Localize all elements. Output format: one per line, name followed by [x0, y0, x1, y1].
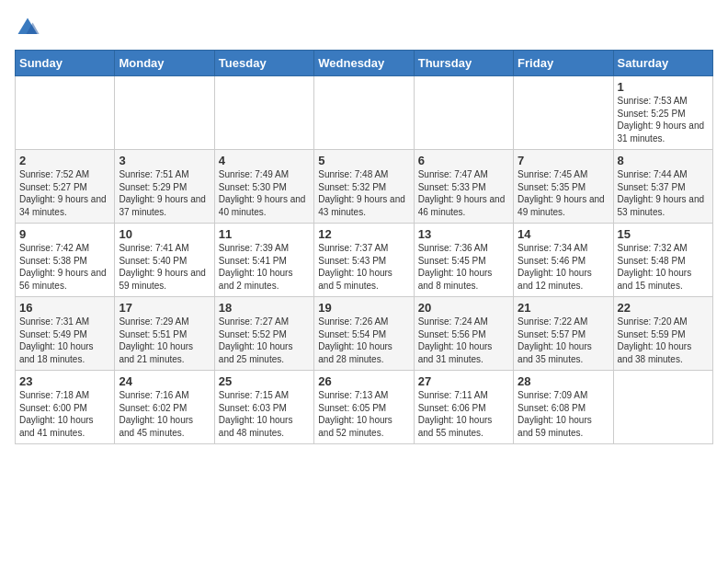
day-cell: 21Sunrise: 7:22 AM Sunset: 5:57 PM Dayli… [514, 297, 613, 371]
day-cell [314, 76, 414, 150]
day-cell: 19Sunrise: 7:26 AM Sunset: 5:54 PM Dayli… [314, 297, 414, 371]
day-cell: 13Sunrise: 7:36 AM Sunset: 5:45 PM Dayli… [414, 224, 513, 297]
day-info: Sunrise: 7:51 AM Sunset: 5:29 PM Dayligh… [119, 168, 210, 218]
day-number: 24 [119, 374, 210, 388]
weekday-header-row: SundayMondayTuesdayWednesdayThursdayFrid… [16, 51, 713, 76]
day-cell: 3Sunrise: 7:51 AM Sunset: 5:29 PM Daylig… [115, 150, 214, 224]
day-cell: 15Sunrise: 7:32 AM Sunset: 5:48 PM Dayli… [613, 224, 712, 297]
day-info: Sunrise: 7:53 AM Sunset: 5:25 PM Dayligh… [618, 95, 709, 144]
day-number: 5 [318, 154, 409, 167]
day-cell: 12Sunrise: 7:37 AM Sunset: 5:43 PM Dayli… [314, 224, 414, 297]
weekday-header-friday: Friday [514, 51, 613, 76]
day-info: Sunrise: 7:48 AM Sunset: 5:32 PM Dayligh… [318, 168, 409, 218]
day-info: Sunrise: 7:42 AM Sunset: 5:38 PM Dayligh… [19, 242, 110, 292]
day-number: 1 [618, 80, 709, 94]
weekday-header-saturday: Saturday [613, 51, 712, 76]
day-info: Sunrise: 7:32 AM Sunset: 5:48 PM Dayligh… [618, 242, 709, 292]
day-cell: 4Sunrise: 7:49 AM Sunset: 5:30 PM Daylig… [214, 150, 313, 224]
day-cell: 2Sunrise: 7:52 AM Sunset: 5:27 PM Daylig… [16, 150, 115, 224]
day-cell: 11Sunrise: 7:39 AM Sunset: 5:41 PM Dayli… [214, 224, 313, 297]
week-row-2: 2Sunrise: 7:52 AM Sunset: 5:27 PM Daylig… [16, 150, 713, 224]
day-number: 27 [418, 374, 509, 388]
day-number: 14 [518, 227, 609, 241]
week-row-5: 23Sunrise: 7:18 AM Sunset: 6:00 PM Dayli… [16, 371, 713, 444]
logo-icon [15, 15, 40, 40]
day-number: 22 [618, 301, 709, 315]
calendar: SundayMondayTuesdayWednesdayThursdayFrid… [15, 50, 713, 444]
day-cell: 24Sunrise: 7:16 AM Sunset: 6:02 PM Dayli… [115, 371, 214, 444]
day-info: Sunrise: 7:18 AM Sunset: 6:00 PM Dayligh… [19, 389, 110, 439]
day-cell: 20Sunrise: 7:24 AM Sunset: 5:56 PM Dayli… [414, 297, 513, 371]
logo [15, 15, 44, 40]
day-cell: 10Sunrise: 7:41 AM Sunset: 5:40 PM Dayli… [115, 224, 214, 297]
day-cell: 14Sunrise: 7:34 AM Sunset: 5:46 PM Dayli… [514, 224, 613, 297]
day-cell: 5Sunrise: 7:48 AM Sunset: 5:32 PM Daylig… [314, 150, 414, 224]
day-cell [16, 76, 115, 150]
day-cell: 8Sunrise: 7:44 AM Sunset: 5:37 PM Daylig… [613, 150, 712, 224]
day-number: 17 [119, 301, 210, 315]
day-number: 15 [618, 227, 709, 241]
day-info: Sunrise: 7:47 AM Sunset: 5:33 PM Dayligh… [418, 168, 509, 218]
day-cell [115, 76, 214, 150]
day-number: 2 [19, 154, 110, 167]
day-cell: 17Sunrise: 7:29 AM Sunset: 5:51 PM Dayli… [115, 297, 214, 371]
day-info: Sunrise: 7:49 AM Sunset: 5:30 PM Dayligh… [219, 168, 310, 218]
day-info: Sunrise: 7:26 AM Sunset: 5:54 PM Dayligh… [318, 316, 409, 365]
day-cell [613, 371, 712, 444]
day-info: Sunrise: 7:36 AM Sunset: 5:45 PM Dayligh… [418, 242, 509, 292]
day-info: Sunrise: 7:31 AM Sunset: 5:49 PM Dayligh… [19, 316, 110, 365]
weekday-header-monday: Monday [115, 51, 214, 76]
day-number: 7 [518, 154, 609, 167]
weekday-header-thursday: Thursday [414, 51, 513, 76]
day-info: Sunrise: 7:27 AM Sunset: 5:52 PM Dayligh… [219, 316, 310, 365]
day-cell: 28Sunrise: 7:09 AM Sunset: 6:08 PM Dayli… [514, 371, 613, 444]
day-info: Sunrise: 7:09 AM Sunset: 6:08 PM Dayligh… [518, 389, 609, 439]
day-info: Sunrise: 7:41 AM Sunset: 5:40 PM Dayligh… [119, 242, 210, 292]
week-row-4: 16Sunrise: 7:31 AM Sunset: 5:49 PM Dayli… [16, 297, 713, 371]
day-number: 6 [418, 154, 509, 167]
day-info: Sunrise: 7:22 AM Sunset: 5:57 PM Dayligh… [518, 316, 609, 365]
day-number: 20 [418, 301, 509, 315]
day-number: 11 [219, 227, 310, 241]
day-cell [514, 76, 613, 150]
day-number: 26 [318, 374, 409, 388]
day-cell: 16Sunrise: 7:31 AM Sunset: 5:49 PM Dayli… [16, 297, 115, 371]
day-cell: 25Sunrise: 7:15 AM Sunset: 6:03 PM Dayli… [214, 371, 313, 444]
header [15, 15, 713, 40]
weekday-header-sunday: Sunday [16, 51, 115, 76]
weekday-header-wednesday: Wednesday [314, 51, 414, 76]
day-number: 18 [219, 301, 310, 315]
day-cell: 26Sunrise: 7:13 AM Sunset: 6:05 PM Dayli… [314, 371, 414, 444]
day-cell: 27Sunrise: 7:11 AM Sunset: 6:06 PM Dayli… [414, 371, 513, 444]
weekday-header-tuesday: Tuesday [214, 51, 313, 76]
week-row-1: 1Sunrise: 7:53 AM Sunset: 5:25 PM Daylig… [16, 76, 713, 150]
day-cell: 23Sunrise: 7:18 AM Sunset: 6:00 PM Dayli… [16, 371, 115, 444]
day-info: Sunrise: 7:24 AM Sunset: 5:56 PM Dayligh… [418, 316, 509, 365]
day-info: Sunrise: 7:44 AM Sunset: 5:37 PM Dayligh… [618, 168, 709, 218]
day-cell: 7Sunrise: 7:45 AM Sunset: 5:35 PM Daylig… [514, 150, 613, 224]
day-number: 3 [119, 154, 210, 167]
day-number: 28 [518, 374, 609, 388]
day-number: 13 [418, 227, 509, 241]
day-number: 4 [219, 154, 310, 167]
day-number: 19 [318, 301, 409, 315]
day-cell: 9Sunrise: 7:42 AM Sunset: 5:38 PM Daylig… [16, 224, 115, 297]
day-info: Sunrise: 7:15 AM Sunset: 6:03 PM Dayligh… [219, 389, 310, 439]
day-number: 23 [19, 374, 110, 388]
day-info: Sunrise: 7:29 AM Sunset: 5:51 PM Dayligh… [119, 316, 210, 365]
day-number: 12 [318, 227, 409, 241]
day-info: Sunrise: 7:39 AM Sunset: 5:41 PM Dayligh… [219, 242, 310, 292]
day-number: 25 [219, 374, 310, 388]
day-info: Sunrise: 7:16 AM Sunset: 6:02 PM Dayligh… [119, 389, 210, 439]
day-info: Sunrise: 7:45 AM Sunset: 5:35 PM Dayligh… [518, 168, 609, 218]
day-cell: 18Sunrise: 7:27 AM Sunset: 5:52 PM Dayli… [214, 297, 313, 371]
day-number: 16 [19, 301, 110, 315]
week-row-3: 9Sunrise: 7:42 AM Sunset: 5:38 PM Daylig… [16, 224, 713, 297]
day-info: Sunrise: 7:13 AM Sunset: 6:05 PM Dayligh… [318, 389, 409, 439]
day-info: Sunrise: 7:34 AM Sunset: 5:46 PM Dayligh… [518, 242, 609, 292]
day-cell: 1Sunrise: 7:53 AM Sunset: 5:25 PM Daylig… [613, 76, 712, 150]
day-info: Sunrise: 7:52 AM Sunset: 5:27 PM Dayligh… [19, 168, 110, 218]
day-cell [214, 76, 313, 150]
day-number: 21 [518, 301, 609, 315]
day-number: 10 [119, 227, 210, 241]
